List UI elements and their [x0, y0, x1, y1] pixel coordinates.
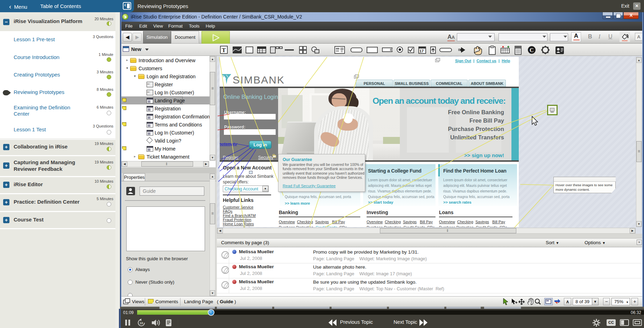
svg-text:10: 10 — [140, 321, 143, 325]
svg-text:17: 17 — [419, 49, 424, 53]
svg-text:T: T — [222, 47, 226, 53]
svg-text:C: C — [530, 47, 534, 53]
